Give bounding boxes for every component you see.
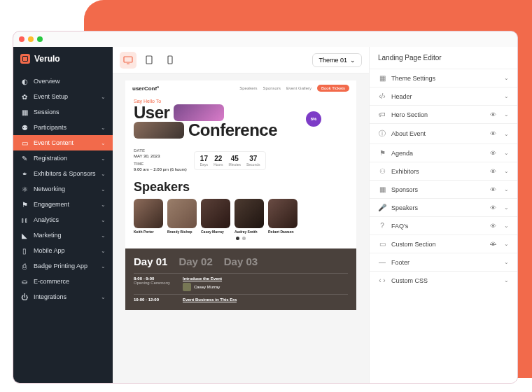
preview-cta-button[interactable]: Book Tickets: [317, 85, 349, 92]
preview-agenda: Day 01 Day 02 Day 03 8:00 - 9:00Opening …: [125, 248, 356, 310]
editor-section-faqs[interactable]: ?FAQ's👁⌄: [370, 216, 517, 234]
slot-title: Introduce the Event: [183, 276, 222, 281]
handshake-icon: ⚭: [20, 169, 29, 178]
sidebar-item-registration[interactable]: ✎Registration⌄: [13, 150, 113, 166]
device-desktop-button[interactable]: [120, 52, 136, 69]
chevron-down-icon: ⌄: [101, 155, 106, 162]
editor-section-header[interactable]: ‹/›Header👁⌄: [370, 87, 517, 105]
agenda-day-tabs: Day 01 Day 02 Day 03: [134, 255, 348, 267]
visibility-toggle-icon[interactable]: 👁: [490, 186, 496, 193]
avatar: [134, 199, 163, 228]
countdown: 17Days 22Hours 45Minutes 37Seconds: [194, 151, 267, 170]
speaker-card[interactable]: Brandy Bishop: [167, 199, 197, 234]
chevron-down-icon: ⌄: [504, 131, 509, 137]
visibility-toggle-icon[interactable]: 👁: [490, 111, 496, 118]
chevron-down-icon: ⌄: [101, 294, 106, 300]
editor-section-hero[interactable]: 🏷Hero Section👁⌄: [370, 105, 517, 123]
chevron-down-icon: ⌄: [504, 168, 509, 174]
editor-section-footer[interactable]: —Footer👁⌄: [370, 253, 517, 271]
preview-nav-link[interactable]: Speakers: [239, 86, 257, 90]
close-window-icon[interactable]: [19, 36, 24, 42]
preview-nav-link[interactable]: Event Gallery: [286, 86, 312, 90]
chevron-down-icon: ⌄: [504, 277, 509, 284]
visibility-toggle-icon[interactable]: 👁: [490, 204, 496, 211]
editor-section-theme-settings[interactable]: ▦Theme Settings👁⌄: [370, 69, 517, 87]
chevron-down-icon: ⌄: [504, 223, 509, 229]
visibility-toggle-icon[interactable]: 👁: [490, 241, 496, 248]
device-mobile-button[interactable]: [162, 52, 178, 69]
avatar: [167, 199, 197, 228]
sidebar-item-mobile-app[interactable]: ▯Mobile App⌄: [13, 243, 113, 258]
hero-title-line: Conference: [188, 121, 277, 139]
section-label: Speakers: [391, 204, 418, 211]
sidebar-item-marketing[interactable]: ◣Marketing⌄: [13, 227, 113, 243]
preview-nav-link[interactable]: Sponsors: [263, 86, 281, 90]
svg-rect-3: [168, 56, 172, 64]
carousel-dots[interactable]: [134, 234, 348, 243]
sidebar-item-badge-printing[interactable]: ⎙Badge Printing App⌄: [13, 258, 113, 274]
gear-icon: ✿: [20, 92, 29, 101]
section-label: Custom CSS: [391, 277, 428, 284]
speaker-card[interactable]: Robert Dawson: [268, 199, 298, 234]
editor-section-about[interactable]: ⓘAbout Event👁⌄: [370, 123, 517, 144]
code-icon: ‹ ›: [378, 276, 386, 284]
visibility-toggle-icon[interactable]: 👁: [490, 168, 496, 175]
visibility-toggle-icon[interactable]: 👁: [490, 223, 496, 230]
sidebar-item-label: Event Content: [34, 139, 74, 146]
sidebar-item-analytics[interactable]: ⫾⫾Analytics⌄: [13, 212, 113, 227]
editor-section-speakers[interactable]: 🎤Speakers👁⌄: [370, 198, 517, 216]
editor-section-custom[interactable]: ▭Custom Section👁⌄: [370, 234, 517, 253]
sidebar-item-ecommerce[interactable]: ⛀E-commerce: [13, 274, 113, 289]
sidebar-item-exhibitors-sponsors[interactable]: ⚭Exhibitors & Sponsors⌄: [13, 166, 113, 181]
calendar-icon: ▭: [20, 139, 29, 147]
agenda-tab[interactable]: Day 01: [134, 255, 167, 267]
section-label: Sponsors: [391, 186, 418, 193]
app-window: Verulo ◐Overview ✿Event Setup⌄ ▦Sessions…: [13, 31, 518, 384]
sidebar-item-label: Mobile App: [34, 247, 65, 254]
section-label: Hero Section: [391, 111, 428, 118]
minimize-window-icon[interactable]: [28, 36, 34, 42]
gauge-icon: ◐: [20, 77, 29, 85]
avatar: [234, 199, 264, 228]
speaker-card[interactable]: Keith Porter: [134, 199, 163, 234]
speaker-card[interactable]: Casey Murray: [201, 199, 230, 234]
theme-label: Theme 01: [318, 57, 347, 64]
visibility-toggle-icon[interactable]: 👁: [490, 130, 496, 137]
maximize-window-icon[interactable]: [37, 36, 43, 42]
speaker-name: Keith Porter: [134, 230, 163, 234]
chevron-down-icon: ⌄: [101, 186, 106, 192]
editor-section-custom-css[interactable]: ‹ ›Custom CSS👁⌄: [370, 271, 517, 289]
chevron-down-icon: ⌄: [101, 171, 106, 177]
agenda-tab[interactable]: Day 02: [178, 255, 212, 267]
minus-icon: —: [378, 258, 386, 266]
sidebar-item-event-content[interactable]: ▭Event Content⌄: [13, 135, 113, 150]
visibility-toggle-icon[interactable]: 👁: [490, 150, 496, 157]
sidebar-item-participants[interactable]: ⚉Participants⌄: [13, 120, 113, 135]
sidebar-item-label: Analytics: [34, 216, 59, 223]
speakers-heading: Speakers: [134, 180, 348, 195]
speaker-card[interactable]: Audrey Smith: [234, 199, 264, 234]
section-label: Exhibitors: [391, 168, 419, 175]
editor-section-sponsors[interactable]: ▦Sponsors👁⌄: [370, 180, 517, 198]
device-tablet-button[interactable]: [141, 52, 158, 69]
theme-select[interactable]: Theme 01⌄: [312, 53, 362, 67]
speaker-name: Casey Murray: [201, 230, 230, 234]
sidebar-item-overview[interactable]: ◐Overview: [13, 74, 113, 89]
chevron-down-icon: ⌄: [101, 125, 106, 131]
hero-title-line: User: [134, 104, 169, 121]
sidebar-item-integrations[interactable]: ⏻Integrations⌄: [13, 289, 113, 304]
agenda-slot: 10:00 - 12:00 Event Business in This Era: [134, 294, 348, 304]
brand-name: Verulo: [34, 54, 60, 64]
sidebar-item-event-setup[interactable]: ✿Event Setup⌄: [13, 89, 113, 104]
hero-stat-badge: 6%: [306, 111, 321, 127]
sidebar-item-engagement[interactable]: ⚑Engagement⌄: [13, 197, 113, 212]
brand: Verulo: [13, 47, 113, 74]
editor-section-exhibitors[interactable]: ⚇Exhibitors👁⌄: [370, 162, 517, 180]
editor-section-agenda[interactable]: ⚑Agenda👁⌄: [370, 144, 517, 162]
info-icon: ⓘ: [378, 129, 386, 139]
sidebar-item-sessions[interactable]: ▦Sessions: [13, 104, 113, 120]
window-title-bar: [13, 31, 517, 47]
agenda-tab[interactable]: Day 03: [224, 255, 258, 267]
sidebar-item-networking[interactable]: ⚛Networking⌄: [13, 181, 113, 197]
megaphone-icon: ◣: [20, 231, 29, 239]
